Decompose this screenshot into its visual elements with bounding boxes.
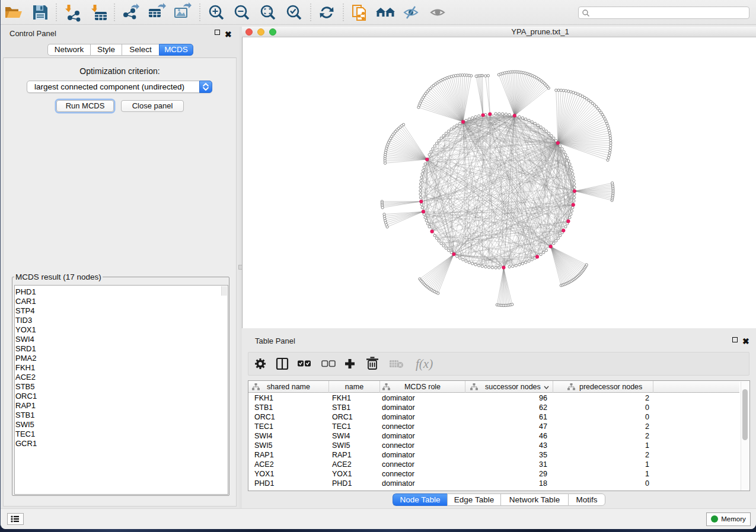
svg-text:f(x): f(x) [416,357,433,371]
